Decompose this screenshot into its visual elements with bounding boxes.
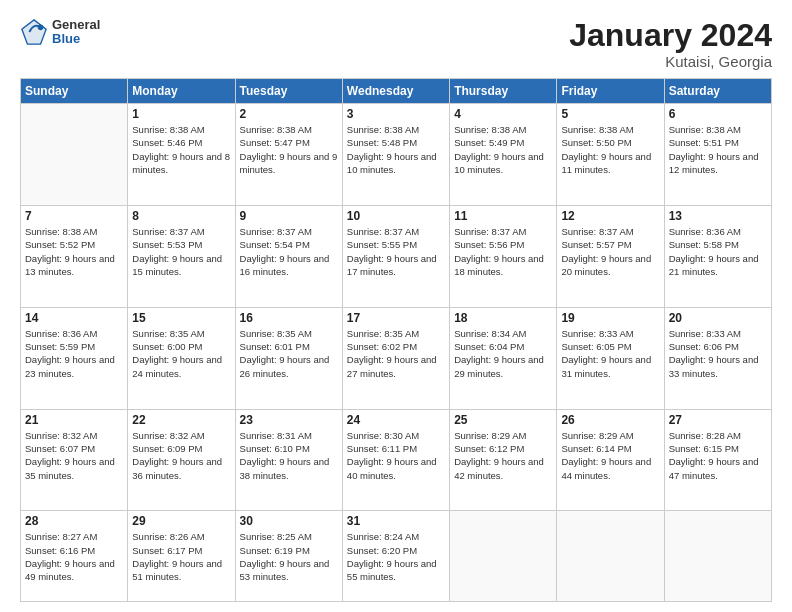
- day-number: 23: [240, 413, 338, 427]
- calendar-day-cell: 2Sunrise: 8:38 AMSunset: 5:47 PMDaylight…: [235, 104, 342, 206]
- day-detail: Sunrise: 8:38 AMSunset: 5:51 PMDaylight:…: [669, 123, 767, 176]
- day-detail: Sunrise: 8:37 AMSunset: 5:56 PMDaylight:…: [454, 225, 552, 278]
- calendar-day-cell: [21, 104, 128, 206]
- calendar-day-cell: 6Sunrise: 8:38 AMSunset: 5:51 PMDaylight…: [664, 104, 771, 206]
- calendar-day-cell: 15Sunrise: 8:35 AMSunset: 6:00 PMDayligh…: [128, 307, 235, 409]
- calendar-day-cell: 10Sunrise: 8:37 AMSunset: 5:55 PMDayligh…: [342, 206, 449, 308]
- day-detail: Sunrise: 8:24 AMSunset: 6:20 PMDaylight:…: [347, 530, 445, 583]
- calendar-day-cell: 16Sunrise: 8:35 AMSunset: 6:01 PMDayligh…: [235, 307, 342, 409]
- weekday-header-row: SundayMondayTuesdayWednesdayThursdayFrid…: [21, 79, 772, 104]
- day-detail: Sunrise: 8:29 AMSunset: 6:14 PMDaylight:…: [561, 429, 659, 482]
- day-detail: Sunrise: 8:27 AMSunset: 6:16 PMDaylight:…: [25, 530, 123, 583]
- logo: General Blue: [20, 18, 100, 47]
- header: General Blue January 2024 Kutaisi, Georg…: [20, 18, 772, 70]
- calendar-day-cell: 3Sunrise: 8:38 AMSunset: 5:48 PMDaylight…: [342, 104, 449, 206]
- day-detail: Sunrise: 8:37 AMSunset: 5:57 PMDaylight:…: [561, 225, 659, 278]
- day-detail: Sunrise: 8:38 AMSunset: 5:46 PMDaylight:…: [132, 123, 230, 176]
- calendar-day-cell: 13Sunrise: 8:36 AMSunset: 5:58 PMDayligh…: [664, 206, 771, 308]
- day-detail: Sunrise: 8:36 AMSunset: 5:58 PMDaylight:…: [669, 225, 767, 278]
- day-detail: Sunrise: 8:38 AMSunset: 5:47 PMDaylight:…: [240, 123, 338, 176]
- day-number: 14: [25, 311, 123, 325]
- day-number: 27: [669, 413, 767, 427]
- calendar-day-cell: 4Sunrise: 8:38 AMSunset: 5:49 PMDaylight…: [450, 104, 557, 206]
- day-number: 13: [669, 209, 767, 223]
- calendar-day-cell: [557, 511, 664, 602]
- day-number: 11: [454, 209, 552, 223]
- day-number: 10: [347, 209, 445, 223]
- title-location: Kutaisi, Georgia: [569, 53, 772, 70]
- calendar-day-cell: 5Sunrise: 8:38 AMSunset: 5:50 PMDaylight…: [557, 104, 664, 206]
- weekday-header-monday: Monday: [128, 79, 235, 104]
- weekday-header-wednesday: Wednesday: [342, 79, 449, 104]
- day-number: 28: [25, 514, 123, 528]
- day-number: 16: [240, 311, 338, 325]
- day-number: 15: [132, 311, 230, 325]
- calendar-day-cell: [664, 511, 771, 602]
- calendar-day-cell: 29Sunrise: 8:26 AMSunset: 6:17 PMDayligh…: [128, 511, 235, 602]
- day-number: 7: [25, 209, 123, 223]
- day-detail: Sunrise: 8:37 AMSunset: 5:53 PMDaylight:…: [132, 225, 230, 278]
- day-detail: Sunrise: 8:26 AMSunset: 6:17 PMDaylight:…: [132, 530, 230, 583]
- day-number: 20: [669, 311, 767, 325]
- calendar-day-cell: 27Sunrise: 8:28 AMSunset: 6:15 PMDayligh…: [664, 409, 771, 511]
- logo-blue: Blue: [52, 32, 100, 46]
- day-number: 22: [132, 413, 230, 427]
- calendar-day-cell: 18Sunrise: 8:34 AMSunset: 6:04 PMDayligh…: [450, 307, 557, 409]
- calendar-day-cell: 26Sunrise: 8:29 AMSunset: 6:14 PMDayligh…: [557, 409, 664, 511]
- day-number: 29: [132, 514, 230, 528]
- day-detail: Sunrise: 8:38 AMSunset: 5:50 PMDaylight:…: [561, 123, 659, 176]
- day-number: 25: [454, 413, 552, 427]
- logo-general: General: [52, 18, 100, 32]
- calendar-day-cell: 14Sunrise: 8:36 AMSunset: 5:59 PMDayligh…: [21, 307, 128, 409]
- svg-point-2: [38, 25, 44, 31]
- weekday-header-thursday: Thursday: [450, 79, 557, 104]
- weekday-header-friday: Friday: [557, 79, 664, 104]
- day-detail: Sunrise: 8:35 AMSunset: 6:01 PMDaylight:…: [240, 327, 338, 380]
- day-detail: Sunrise: 8:35 AMSunset: 6:00 PMDaylight:…: [132, 327, 230, 380]
- calendar-day-cell: 30Sunrise: 8:25 AMSunset: 6:19 PMDayligh…: [235, 511, 342, 602]
- day-number: 3: [347, 107, 445, 121]
- day-number: 8: [132, 209, 230, 223]
- day-detail: Sunrise: 8:38 AMSunset: 5:49 PMDaylight:…: [454, 123, 552, 176]
- day-detail: Sunrise: 8:25 AMSunset: 6:19 PMDaylight:…: [240, 530, 338, 583]
- calendar-week-row: 7Sunrise: 8:38 AMSunset: 5:52 PMDaylight…: [21, 206, 772, 308]
- day-number: 17: [347, 311, 445, 325]
- day-number: 18: [454, 311, 552, 325]
- calendar-week-row: 28Sunrise: 8:27 AMSunset: 6:16 PMDayligh…: [21, 511, 772, 602]
- calendar-day-cell: 20Sunrise: 8:33 AMSunset: 6:06 PMDayligh…: [664, 307, 771, 409]
- calendar-day-cell: 21Sunrise: 8:32 AMSunset: 6:07 PMDayligh…: [21, 409, 128, 511]
- day-detail: Sunrise: 8:32 AMSunset: 6:07 PMDaylight:…: [25, 429, 123, 482]
- day-detail: Sunrise: 8:38 AMSunset: 5:48 PMDaylight:…: [347, 123, 445, 176]
- calendar-day-cell: 12Sunrise: 8:37 AMSunset: 5:57 PMDayligh…: [557, 206, 664, 308]
- day-number: 21: [25, 413, 123, 427]
- weekday-header-tuesday: Tuesday: [235, 79, 342, 104]
- calendar-week-row: 14Sunrise: 8:36 AMSunset: 5:59 PMDayligh…: [21, 307, 772, 409]
- day-number: 12: [561, 209, 659, 223]
- day-number: 19: [561, 311, 659, 325]
- logo-text: General Blue: [52, 18, 100, 47]
- day-detail: Sunrise: 8:37 AMSunset: 5:55 PMDaylight:…: [347, 225, 445, 278]
- title-month: January 2024: [569, 18, 772, 53]
- logo-icon: [20, 18, 48, 46]
- day-number: 1: [132, 107, 230, 121]
- calendar-day-cell: 31Sunrise: 8:24 AMSunset: 6:20 PMDayligh…: [342, 511, 449, 602]
- day-detail: Sunrise: 8:36 AMSunset: 5:59 PMDaylight:…: [25, 327, 123, 380]
- day-detail: Sunrise: 8:38 AMSunset: 5:52 PMDaylight:…: [25, 225, 123, 278]
- calendar-day-cell: 8Sunrise: 8:37 AMSunset: 5:53 PMDaylight…: [128, 206, 235, 308]
- calendar-week-row: 1Sunrise: 8:38 AMSunset: 5:46 PMDaylight…: [21, 104, 772, 206]
- day-number: 26: [561, 413, 659, 427]
- day-number: 24: [347, 413, 445, 427]
- weekday-header-saturday: Saturday: [664, 79, 771, 104]
- calendar-day-cell: 17Sunrise: 8:35 AMSunset: 6:02 PMDayligh…: [342, 307, 449, 409]
- calendar-day-cell: [450, 511, 557, 602]
- day-detail: Sunrise: 8:32 AMSunset: 6:09 PMDaylight:…: [132, 429, 230, 482]
- calendar-day-cell: 22Sunrise: 8:32 AMSunset: 6:09 PMDayligh…: [128, 409, 235, 511]
- day-number: 4: [454, 107, 552, 121]
- day-detail: Sunrise: 8:33 AMSunset: 6:06 PMDaylight:…: [669, 327, 767, 380]
- calendar-day-cell: 28Sunrise: 8:27 AMSunset: 6:16 PMDayligh…: [21, 511, 128, 602]
- calendar-day-cell: 23Sunrise: 8:31 AMSunset: 6:10 PMDayligh…: [235, 409, 342, 511]
- day-number: 31: [347, 514, 445, 528]
- calendar-day-cell: 7Sunrise: 8:38 AMSunset: 5:52 PMDaylight…: [21, 206, 128, 308]
- day-detail: Sunrise: 8:30 AMSunset: 6:11 PMDaylight:…: [347, 429, 445, 482]
- calendar-table: SundayMondayTuesdayWednesdayThursdayFrid…: [20, 78, 772, 602]
